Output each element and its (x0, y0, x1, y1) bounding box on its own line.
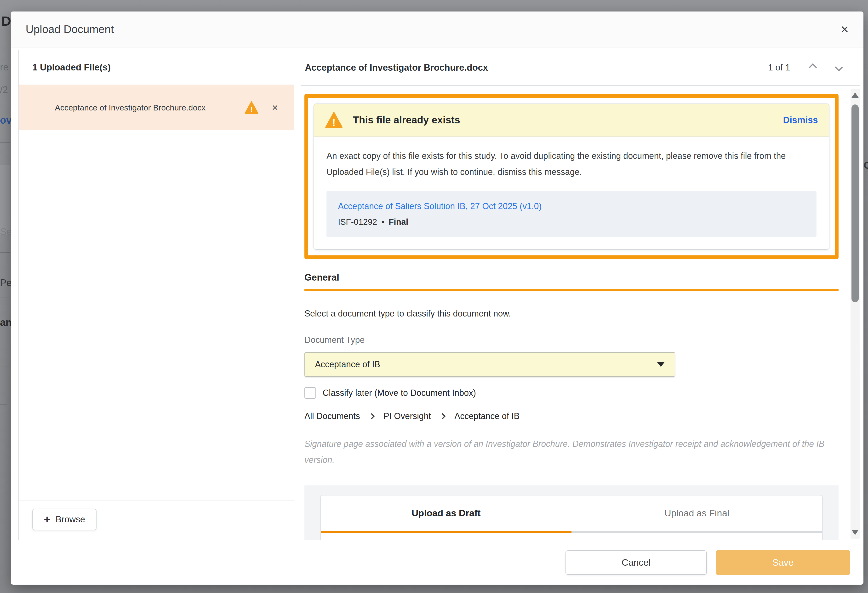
breadcrumb: All Documents PI Oversight Acceptance of… (304, 411, 838, 421)
document-detail-content: ! This file already exists Dismiss An ex… (304, 94, 838, 540)
document-pager: 1 of 1 (768, 62, 845, 73)
chevron-right-icon (440, 413, 446, 419)
browse-button[interactable]: + Browse (32, 509, 96, 530)
background-divider (0, 252, 10, 253)
background-block (0, 165, 10, 235)
plus-icon: + (44, 515, 50, 524)
upload-as-draft-description: Select Upload as Draft if the document n… (321, 533, 822, 540)
existing-document-link[interactable]: Acceptance of Saliers Solution IB, 27 Oc… (338, 201, 542, 211)
existing-document-meta: ISF-01292 • Final (338, 217, 805, 227)
duplicate-warning-banner: ! This file already exists Dismiss (314, 104, 829, 136)
dialog-footer: Cancel Save (11, 540, 864, 585)
duplicate-warning-message: An exact copy of this file exists for th… (326, 148, 816, 180)
file-list-empty-space (19, 130, 294, 500)
dialog-title: Upload Document (26, 23, 114, 36)
existing-document-box: Acceptance of Saliers Solution IB, 27 Oc… (326, 191, 816, 237)
pager-count: 1 of 1 (768, 62, 790, 72)
background-text-fragment: /2 (0, 84, 8, 95)
breadcrumb-pi-oversight[interactable]: PI Oversight (384, 411, 431, 421)
save-button[interactable]: Save (716, 550, 850, 575)
vertical-scrollbar (850, 89, 860, 539)
background-text-fragment: Pe (0, 278, 12, 288)
document-detail-scroll-area: ! This file already exists Dismiss An ex… (301, 86, 860, 540)
bullet-separator: • (381, 217, 384, 227)
dialog-body: 1 Uploaded File(s) Acceptance of Investi… (11, 47, 864, 540)
background-text-fragment: ov (0, 114, 12, 126)
next-document-button[interactable] (834, 62, 845, 73)
warning-icon: ! (245, 101, 258, 114)
classify-later-label: Classify later (Move to Document Inbox) (323, 388, 476, 398)
chevron-up-icon (809, 63, 817, 71)
document-detail-header: Acceptance of Investigator Brochure.docx… (301, 50, 860, 86)
background-text-fragment: an (0, 317, 12, 328)
upload-mode-tabs: Upload as Draft Upload as Final (321, 495, 822, 531)
background-text-fragment: D (1, 13, 11, 29)
close-icon[interactable]: × (841, 22, 849, 36)
document-type-value: Acceptance of IB (315, 359, 380, 370)
background-text-fragment: Se (0, 226, 12, 237)
duplicate-warning-title: This file already exists (353, 114, 460, 126)
warning-icon: ! (325, 112, 343, 128)
svg-text:!: ! (332, 117, 335, 128)
previous-document-button[interactable] (807, 62, 818, 73)
tab-upload-as-final[interactable]: Upload as Final (571, 495, 822, 531)
dialog-header: Upload Document × (11, 12, 864, 47)
document-type-select[interactable]: Acceptance of IB (304, 352, 675, 377)
inactive-tab-indicator (571, 531, 822, 533)
cancel-button[interactable]: Cancel (565, 550, 707, 575)
dismiss-link[interactable]: Dismiss (783, 115, 818, 125)
active-tab-indicator (321, 531, 571, 533)
uploaded-files-header: 1 Uploaded File(s) (19, 50, 294, 85)
background-text-fragment: C (864, 160, 868, 171)
existing-document-status: Final (389, 217, 408, 227)
document-type-description: Signature page associated with a version… (304, 436, 838, 468)
breadcrumb-all-documents[interactable]: All Documents (304, 411, 360, 421)
svg-text:!: ! (250, 105, 253, 114)
browse-button-label: Browse (56, 515, 85, 525)
upload-document-dialog: Upload Document × 1 Uploaded File(s) Acc… (11, 12, 864, 585)
classify-later-row: Classify later (Move to Document Inbox) (304, 387, 838, 399)
document-filename: Acceptance of Investigator Brochure.docx (305, 62, 488, 73)
tab-upload-as-draft[interactable]: Upload as Draft (321, 495, 571, 531)
dropdown-caret-icon (657, 362, 665, 367)
tab-indicator (321, 531, 822, 533)
screen: D re /2 ov Se Pe an C Upload Document × … (0, 0, 868, 593)
uploaded-file-row[interactable]: Acceptance of Investigator Brochure.docx… (19, 85, 294, 130)
chevron-right-icon (369, 413, 375, 419)
background-text-fragment: re (0, 62, 9, 72)
background-divider (0, 367, 7, 367)
breadcrumb-acceptance-of-ib[interactable]: Acceptance of IB (455, 411, 520, 421)
general-section-rule (304, 289, 838, 291)
duplicate-warning-body: An exact copy of this file exists for th… (314, 136, 829, 249)
background-divider (0, 404, 7, 405)
browse-area: + Browse (19, 500, 294, 540)
classify-later-checkbox[interactable] (304, 387, 316, 399)
remove-file-icon[interactable]: × (272, 102, 278, 113)
existing-document-id: ISF-01292 (338, 217, 377, 227)
document-detail-panel: Acceptance of Investigator Brochure.docx… (301, 50, 860, 540)
classify-instruction: Select a document type to classify this … (304, 309, 838, 319)
background-divider (0, 142, 10, 143)
document-type-label: Document Type (304, 335, 838, 345)
general-section-heading: General (304, 272, 838, 283)
uploaded-files-panel: 1 Uploaded File(s) Acceptance of Investi… (18, 50, 294, 540)
upload-mode-card: Upload as Draft Upload as Final Select U… (320, 495, 823, 540)
chevron-down-icon (835, 63, 843, 71)
background-divider (0, 297, 10, 298)
uploaded-file-name: Acceptance of Investigator Brochure.docx (19, 103, 245, 112)
scrollbar-down-arrow[interactable] (852, 530, 859, 535)
scrollbar-thumb[interactable] (852, 105, 859, 302)
duplicate-warning-highlight: ! This file already exists Dismiss An ex… (304, 94, 838, 259)
scrollbar-up-arrow[interactable] (852, 93, 859, 98)
duplicate-warning-card: ! This file already exists Dismiss An ex… (313, 104, 830, 250)
upload-mode-section: Upload as Draft Upload as Final Select U… (304, 485, 838, 540)
